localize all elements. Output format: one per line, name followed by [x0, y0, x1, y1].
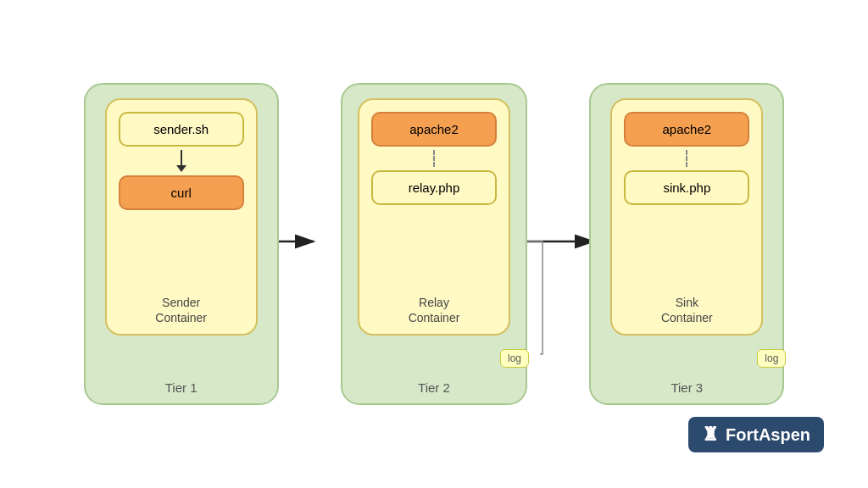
apache2-sink-box: apache2 [624, 112, 749, 147]
tier-2-container: apache2 relay.php RelayContainer log Tie… [341, 83, 527, 405]
curl-box: curl [119, 175, 244, 210]
arrow-head-down [176, 165, 186, 172]
relay-log-label: log [508, 352, 521, 364]
sender-sh-box: sender.sh [119, 112, 244, 147]
main-canvas: sender.sh curl SenderContainer Tier 1 ap… [27, 24, 841, 464]
apache2-relay-dashed [433, 150, 435, 167]
sender-to-curl-arrow [176, 150, 186, 172]
apache2-relay-box: apache2 [371, 112, 497, 147]
sink-php-label: sink.php [663, 180, 710, 195]
tier-1-container: sender.sh curl SenderContainer Tier 1 [84, 83, 279, 405]
fortaspen-label: FortAspen [726, 425, 810, 445]
tier-3-container: apache2 sink.php SinkContainer log Tier … [589, 83, 784, 405]
relay-container: apache2 relay.php RelayContainer [358, 98, 510, 336]
apache2-sink-label: apache2 [663, 122, 712, 136]
fortaspen-badge: ♜ FortAspen [688, 417, 824, 452]
tier-3-label: Tier 3 [670, 380, 703, 395]
relay-container-label: RelayContainer [409, 295, 460, 325]
arrow-line-v [181, 150, 182, 165]
relay-php-label: relay.php [409, 180, 460, 195]
apache2-relay-label: apache2 [409, 122, 459, 136]
relay-log-box: log [500, 349, 529, 368]
sink-log-label: log [765, 352, 778, 364]
sink-container: apache2 sink.php SinkContainer [610, 98, 763, 336]
curl-label: curl [171, 186, 192, 200]
sink-log-box: log [757, 349, 786, 368]
tier-2-label: Tier 2 [418, 380, 450, 395]
relay-php-box: relay.php [371, 170, 497, 205]
tier-1-label: Tier 1 [165, 380, 198, 395]
apache2-sink-dashed [686, 150, 687, 167]
sink-container-label: SinkContainer [661, 295, 713, 325]
sink-php-box: sink.php [624, 170, 749, 205]
sender-sh-label: sender.sh [153, 122, 209, 136]
rook-icon: ♜ [702, 424, 719, 446]
sender-container-label: SenderContainer [155, 295, 207, 325]
sender-container: sender.sh curl SenderContainer [105, 98, 258, 336]
